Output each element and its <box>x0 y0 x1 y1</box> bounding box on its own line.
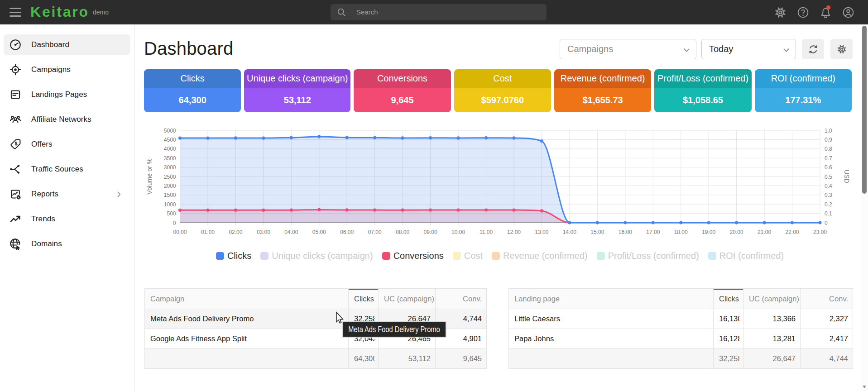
svg-text:0.5: 0.5 <box>825 174 832 180</box>
svg-text:1500: 1500 <box>164 192 176 198</box>
svg-text:19:00: 19:00 <box>702 229 715 235</box>
svg-text:10:00: 10:00 <box>451 229 465 235</box>
svg-text:11:00: 11:00 <box>480 229 493 235</box>
svg-text:4000: 4000 <box>164 146 176 152</box>
svg-text:1000: 1000 <box>164 201 176 208</box>
svg-text:13:00: 13:00 <box>535 229 548 235</box>
svg-text:20:00: 20:00 <box>730 229 743 235</box>
svg-text:1.0: 1.0 <box>825 128 832 134</box>
svg-text:0.8: 0.8 <box>825 146 832 152</box>
svg-text:2500: 2500 <box>164 174 176 180</box>
svg-text:18:00: 18:00 <box>674 229 688 235</box>
svg-text:0.7: 0.7 <box>825 155 832 162</box>
svg-text:05:00: 05:00 <box>312 229 326 235</box>
svg-text:0.2: 0.2 <box>825 201 832 208</box>
svg-text:3500: 3500 <box>164 155 176 162</box>
svg-text:02:00: 02:00 <box>229 229 242 235</box>
svg-text:06:00: 06:00 <box>340 229 354 235</box>
svg-text:15:00: 15:00 <box>590 229 604 235</box>
svg-text:08:00: 08:00 <box>396 229 409 235</box>
svg-text:00:00: 00:00 <box>173 229 187 235</box>
svg-text:5000: 5000 <box>164 128 176 134</box>
svg-text:500: 500 <box>167 210 176 217</box>
svg-text:21:00: 21:00 <box>758 229 771 235</box>
svg-text:4500: 4500 <box>164 137 176 143</box>
svg-text:12:00: 12:00 <box>507 229 521 235</box>
svg-text:09:00: 09:00 <box>424 229 437 235</box>
svg-text:Volume or %: Volume or % <box>146 158 153 194</box>
svg-text:22:00: 22:00 <box>785 229 799 235</box>
svg-text:0.1: 0.1 <box>825 210 832 217</box>
svg-text:01:00: 01:00 <box>201 229 215 235</box>
svg-text:17:00: 17:00 <box>646 229 660 235</box>
svg-text:03:00: 03:00 <box>257 229 270 235</box>
svg-text:23:00: 23:00 <box>813 229 827 235</box>
svg-text:0.3: 0.3 <box>825 192 832 198</box>
svg-text:14:00: 14:00 <box>563 229 576 235</box>
svg-text:2000: 2000 <box>164 183 176 189</box>
svg-text:0.6: 0.6 <box>825 164 832 171</box>
svg-text:04:00: 04:00 <box>284 229 298 235</box>
svg-text:07:00: 07:00 <box>368 229 382 235</box>
svg-text:3000: 3000 <box>164 164 176 171</box>
svg-text:0: 0 <box>825 220 828 226</box>
svg-text:0.9: 0.9 <box>825 137 832 143</box>
svg-text:16:00: 16:00 <box>619 229 632 235</box>
svg-text:0: 0 <box>173 220 176 226</box>
svg-text:USD: USD <box>843 170 850 183</box>
svg-text:0.4: 0.4 <box>825 183 832 189</box>
